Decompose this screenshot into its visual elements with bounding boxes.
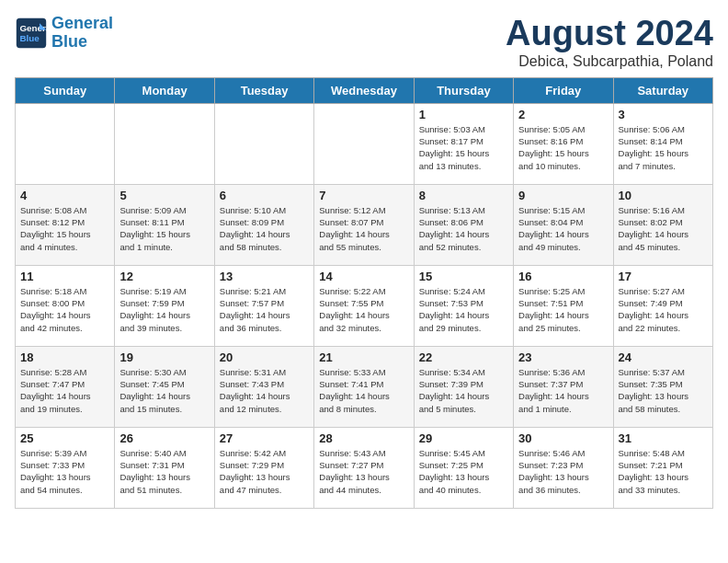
calendar-cell: [214, 103, 313, 184]
day-number: 19: [119, 350, 209, 364]
day-number: 4: [20, 189, 109, 202]
calendar-table: SundayMondayTuesdayWednesdayThursdayFrid…: [15, 77, 713, 509]
day-number: 6: [220, 189, 309, 202]
day-info: Sunrise: 5:16 AM Sunset: 8:02 PM Dayligh…: [619, 204, 708, 253]
calendar-cell: 18Sunrise: 5:28 AM Sunset: 7:47 PM Dayli…: [16, 346, 115, 427]
day-info: Sunrise: 5:45 AM Sunset: 7:25 PM Dayligh…: [419, 447, 508, 496]
day-info: Sunrise: 5:27 AM Sunset: 7:49 PM Dayligh…: [619, 285, 708, 334]
day-number: 2: [518, 108, 608, 121]
day-info: Sunrise: 5:48 AM Sunset: 7:21 PM Dayligh…: [619, 447, 708, 496]
day-number: 3: [619, 108, 708, 121]
calendar-cell: 12Sunrise: 5:19 AM Sunset: 7:59 PM Dayli…: [115, 265, 214, 346]
calendar-cell: 11Sunrise: 5:18 AM Sunset: 8:00 PM Dayli…: [16, 265, 115, 346]
calendar-cell: 27Sunrise: 5:42 AM Sunset: 7:29 PM Dayli…: [214, 427, 313, 508]
calendar-cell: 17Sunrise: 5:27 AM Sunset: 7:49 PM Dayli…: [613, 265, 712, 346]
calendar-cell: 25Sunrise: 5:39 AM Sunset: 7:33 PM Dayli…: [16, 427, 115, 508]
day-number: 10: [619, 189, 708, 202]
day-number: 24: [619, 350, 708, 364]
calendar-cell: 16Sunrise: 5:25 AM Sunset: 7:51 PM Dayli…: [514, 265, 613, 346]
day-info: Sunrise: 5:06 AM Sunset: 8:14 PM Dayligh…: [619, 123, 708, 172]
day-number: 5: [119, 189, 209, 202]
calendar-cell: 31Sunrise: 5:48 AM Sunset: 7:21 PM Dayli…: [613, 427, 712, 508]
calendar-title: August 2024: [506, 15, 713, 53]
header: General Blue General Blue August 2024 De…: [15, 15, 713, 70]
day-info: Sunrise: 5:03 AM Sunset: 8:17 PM Dayligh…: [419, 123, 508, 172]
day-info: Sunrise: 5:22 AM Sunset: 7:55 PM Dayligh…: [319, 285, 408, 334]
calendar-subtitle: Debica, Subcarpathia, Poland: [506, 53, 713, 70]
day-number: 12: [119, 270, 209, 283]
calendar-cell: 22Sunrise: 5:34 AM Sunset: 7:39 PM Dayli…: [414, 346, 513, 427]
calendar-cell: 4Sunrise: 5:08 AM Sunset: 8:12 PM Daylig…: [16, 184, 115, 265]
day-number: 25: [20, 431, 109, 445]
day-info: Sunrise: 5:30 AM Sunset: 7:45 PM Dayligh…: [119, 366, 209, 415]
calendar-cell: 3Sunrise: 5:06 AM Sunset: 8:14 PM Daylig…: [613, 103, 712, 184]
day-info: Sunrise: 5:42 AM Sunset: 7:29 PM Dayligh…: [220, 447, 309, 496]
calendar-cell: [115, 103, 214, 184]
calendar-cell: 23Sunrise: 5:36 AM Sunset: 7:37 PM Dayli…: [514, 346, 613, 427]
title-area: August 2024 Debica, Subcarpathia, Poland: [506, 15, 713, 70]
calendar-week-0: 1Sunrise: 5:03 AM Sunset: 8:17 PM Daylig…: [16, 103, 713, 184]
calendar-cell: [314, 103, 414, 184]
day-info: Sunrise: 5:31 AM Sunset: 7:43 PM Dayligh…: [220, 366, 309, 415]
calendar-cell: 15Sunrise: 5:24 AM Sunset: 7:53 PM Dayli…: [414, 265, 513, 346]
calendar-week-1: 4Sunrise: 5:08 AM Sunset: 8:12 PM Daylig…: [16, 184, 713, 265]
calendar-cell: 29Sunrise: 5:45 AM Sunset: 7:25 PM Dayli…: [414, 427, 513, 508]
day-header-thursday: Thursday: [414, 77, 513, 103]
day-number: 20: [220, 350, 309, 364]
logo-text: General Blue: [51, 15, 113, 52]
day-number: 17: [619, 270, 708, 283]
day-info: Sunrise: 5:25 AM Sunset: 7:51 PM Dayligh…: [518, 285, 608, 334]
calendar-cell: 21Sunrise: 5:33 AM Sunset: 7:41 PM Dayli…: [314, 346, 414, 427]
svg-text:Blue: Blue: [19, 33, 40, 43]
day-number: 13: [220, 270, 309, 283]
day-number: 9: [518, 189, 608, 202]
calendar-cell: 13Sunrise: 5:21 AM Sunset: 7:57 PM Dayli…: [214, 265, 313, 346]
day-header-tuesday: Tuesday: [214, 77, 313, 103]
day-number: 28: [319, 431, 408, 445]
calendar-cell: 30Sunrise: 5:46 AM Sunset: 7:23 PM Dayli…: [514, 427, 613, 508]
day-number: 11: [20, 270, 109, 283]
day-number: 14: [319, 270, 408, 283]
calendar-cell: 6Sunrise: 5:10 AM Sunset: 8:09 PM Daylig…: [214, 184, 313, 265]
day-info: Sunrise: 5:40 AM Sunset: 7:31 PM Dayligh…: [119, 447, 209, 496]
day-info: Sunrise: 5:24 AM Sunset: 7:53 PM Dayligh…: [419, 285, 508, 334]
day-info: Sunrise: 5:33 AM Sunset: 7:41 PM Dayligh…: [319, 366, 408, 415]
day-number: 1: [419, 108, 508, 121]
day-number: 30: [518, 431, 608, 445]
day-number: 7: [319, 189, 408, 202]
day-info: Sunrise: 5:12 AM Sunset: 8:07 PM Dayligh…: [319, 204, 408, 253]
day-info: Sunrise: 5:34 AM Sunset: 7:39 PM Dayligh…: [419, 366, 508, 415]
logo: General Blue General Blue: [15, 15, 113, 52]
day-number: 15: [419, 270, 508, 283]
calendar-body: 1Sunrise: 5:03 AM Sunset: 8:17 PM Daylig…: [16, 103, 713, 508]
day-info: Sunrise: 5:10 AM Sunset: 8:09 PM Dayligh…: [220, 204, 309, 253]
day-header-monday: Monday: [115, 77, 214, 103]
day-number: 27: [220, 431, 309, 445]
day-info: Sunrise: 5:09 AM Sunset: 8:11 PM Dayligh…: [119, 204, 209, 253]
day-header-sunday: Sunday: [16, 77, 115, 103]
calendar-cell: 14Sunrise: 5:22 AM Sunset: 7:55 PM Dayli…: [314, 265, 414, 346]
calendar-cell: 24Sunrise: 5:37 AM Sunset: 7:35 PM Dayli…: [613, 346, 712, 427]
calendar-week-3: 18Sunrise: 5:28 AM Sunset: 7:47 PM Dayli…: [16, 346, 713, 427]
day-info: Sunrise: 5:36 AM Sunset: 7:37 PM Dayligh…: [518, 366, 608, 415]
calendar-cell: [16, 103, 115, 184]
logo-icon: General Blue: [15, 17, 48, 50]
day-number: 31: [619, 431, 708, 445]
day-number: 18: [20, 350, 109, 364]
calendar-week-2: 11Sunrise: 5:18 AM Sunset: 8:00 PM Dayli…: [16, 265, 713, 346]
day-info: Sunrise: 5:05 AM Sunset: 8:16 PM Dayligh…: [518, 123, 608, 172]
day-info: Sunrise: 5:13 AM Sunset: 8:06 PM Dayligh…: [419, 204, 508, 253]
calendar-cell: 2Sunrise: 5:05 AM Sunset: 8:16 PM Daylig…: [514, 103, 613, 184]
day-info: Sunrise: 5:39 AM Sunset: 7:33 PM Dayligh…: [20, 447, 109, 496]
day-number: 29: [419, 431, 508, 445]
calendar-header-row: SundayMondayTuesdayWednesdayThursdayFrid…: [16, 77, 713, 103]
calendar-cell: 5Sunrise: 5:09 AM Sunset: 8:11 PM Daylig…: [115, 184, 214, 265]
calendar-cell: 28Sunrise: 5:43 AM Sunset: 7:27 PM Dayli…: [314, 427, 414, 508]
day-number: 21: [319, 350, 408, 364]
day-number: 8: [419, 189, 508, 202]
calendar-cell: 10Sunrise: 5:16 AM Sunset: 8:02 PM Dayli…: [613, 184, 712, 265]
calendar-cell: 19Sunrise: 5:30 AM Sunset: 7:45 PM Dayli…: [115, 346, 214, 427]
calendar-cell: 26Sunrise: 5:40 AM Sunset: 7:31 PM Dayli…: [115, 427, 214, 508]
day-info: Sunrise: 5:15 AM Sunset: 8:04 PM Dayligh…: [518, 204, 608, 253]
day-info: Sunrise: 5:46 AM Sunset: 7:23 PM Dayligh…: [518, 447, 608, 496]
